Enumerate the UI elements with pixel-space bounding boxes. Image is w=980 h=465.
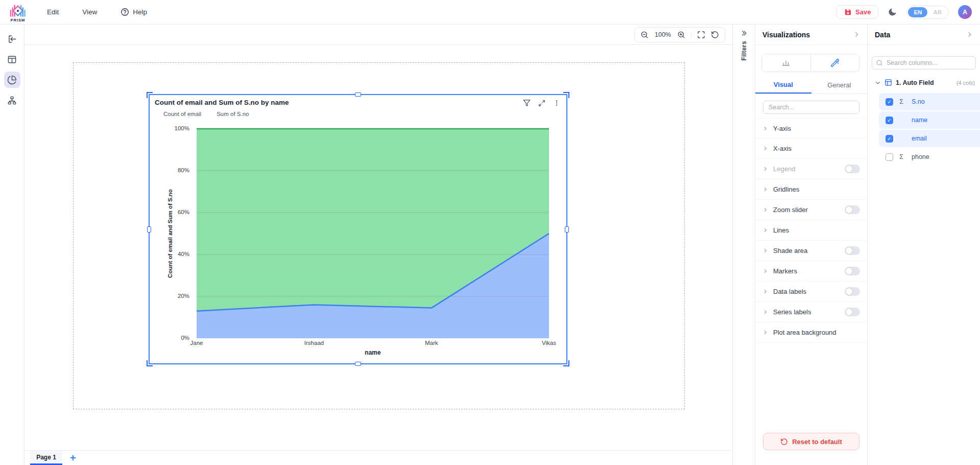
table-tree-row[interactable]: 1. Auto Field (4 cols) [868,79,980,86]
selection-corner [563,92,569,98]
viz-option-y-axis[interactable]: Y-axis [755,118,867,138]
viz-option-x-axis[interactable]: X-axis [755,138,867,159]
menu-help[interactable]: Help [121,8,147,16]
viz-option-markers[interactable]: Markers [755,261,867,282]
zoom-out-button[interactable] [640,31,649,39]
x-tick-label: Irshaad [304,340,324,346]
field-checkbox[interactable]: ✓ [886,117,893,124]
toggle-switch[interactable] [845,308,860,316]
reset-view-button[interactable] [711,31,719,39]
data-header: Data [868,25,980,45]
chevron-down-icon [875,80,881,86]
panel-collapse-button[interactable] [853,31,860,38]
toggle-switch[interactable] [845,267,860,275]
field-row-email[interactable]: ✓email [868,129,980,148]
tab-visual[interactable]: Visual [755,76,811,94]
sidebar-item-exit[interactable] [4,31,20,47]
resize-handle-top[interactable] [355,92,361,97]
fit-screen-button[interactable] [697,31,705,39]
y-tick-label: 20% [178,293,189,299]
resize-handle-bottom[interactable] [355,362,361,366]
viz-option-label: Zoom slider [773,206,840,214]
dashboard-canvas[interactable]: Count of email and Sum of S.no by name C… [25,45,732,450]
double-chevron-right-icon [740,30,748,37]
widget-filter-button[interactable] [523,99,531,107]
sidebar-item-charts[interactable] [4,72,20,88]
field-row-name[interactable]: ✓name [868,111,980,129]
avatar[interactable]: A [958,5,972,19]
viz-search-input[interactable] [763,101,859,114]
y-tick-label: 80% [178,167,189,173]
field-label: email [912,135,927,142]
y-tick-label: 0% [181,335,189,341]
exit-icon [7,34,17,44]
dark-mode-toggle[interactable] [888,7,897,17]
add-page-button[interactable]: + [70,451,76,465]
tab-general[interactable]: General [811,76,868,94]
smart-style-button[interactable] [811,54,859,72]
zoom-in-button[interactable] [677,31,685,39]
widget-expand-button[interactable] [538,100,545,107]
filters-collapse-button[interactable] [740,30,748,37]
prism-logo[interactable]: PRISM [8,2,28,22]
svg-text:PRISM: PRISM [11,18,26,22]
viz-option-plot-area-background[interactable]: Plot area background [755,322,867,343]
toggle-knob [846,309,852,315]
chart-legend: Count of email Sum of S.no [163,111,249,117]
language-toggle[interactable]: EN AR [906,6,949,19]
filters-label[interactable]: Filters [740,41,748,61]
data-search-input[interactable] [872,56,976,69]
toggle-switch[interactable] [845,205,860,214]
sidebar-item-layout[interactable] [4,51,20,67]
toggle-knob [846,166,852,172]
field-row-s-no[interactable]: ✓ΣS.no [868,92,980,111]
chart-widget[interactable]: Count of email and Sum of S.no by name C… [149,94,567,364]
viz-option-lines[interactable]: Lines [755,220,867,241]
viz-option-shade-area[interactable]: Shade area [755,241,867,261]
toggle-switch[interactable] [845,287,860,296]
field-checkbox[interactable] [886,153,893,161]
search-icon [876,59,883,66]
left-icon-rail [0,25,25,465]
chevron-right-icon [762,146,768,151]
data-collapse-button[interactable] [966,31,973,38]
legend-item[interactable]: Sum of S.no [217,111,249,117]
toggle-knob [846,288,852,295]
chevron-right-icon [762,248,768,253]
widget-menu-button[interactable] [553,99,560,107]
viz-option-zoom-slider[interactable]: Zoom slider [755,200,867,220]
toggle-switch[interactable] [845,246,860,255]
menu-edit[interactable]: Edit [47,8,59,16]
data-fields: ✓ΣS.no✓name✓emailΣphone [868,92,980,166]
chevron-right-icon [966,31,973,38]
menu-view[interactable]: View [82,8,97,16]
viz-option-legend[interactable]: Legend [755,159,867,179]
y-tick-label: 40% [178,251,189,257]
sidebar-item-model[interactable] [4,92,20,108]
reset-to-default-button[interactable]: Reset to default [763,433,859,450]
moon-icon [888,7,897,17]
lang-en[interactable]: EN [908,7,927,17]
visualizations-title: Visualizations [762,31,810,39]
viz-option-gridlines[interactable]: Gridlines [755,179,867,200]
field-row-phone[interactable]: Σphone [868,148,980,166]
x-tick-label: Jane [190,340,203,346]
toggle-switch[interactable] [845,165,860,173]
chevron-right-icon [762,289,768,294]
field-checkbox[interactable]: ✓ [886,135,893,143]
chart-plot-area[interactable] [197,129,549,338]
legend-item[interactable]: Count of email [163,111,201,117]
visualizations-panel: Visualizations Visual General Y-axisX-ax… [755,25,867,465]
save-button[interactable]: Save [836,5,878,19]
field-label: phone [912,153,929,160]
viz-option-data-labels[interactable]: Data labels [755,282,867,302]
resize-handle-right[interactable] [565,226,569,232]
chevron-right-icon [762,207,768,213]
y-tick-label: 60% [178,209,189,215]
app-header: PRISM Edit View Help Save EN AR A [0,0,980,25]
viz-option-series-labels[interactable]: Series labels [755,302,867,322]
lang-ar[interactable]: AR [927,7,947,17]
chart-type-button[interactable] [762,54,811,72]
field-checkbox[interactable]: ✓ [886,98,893,106]
page-tab-1[interactable]: Page 1 [30,451,62,465]
